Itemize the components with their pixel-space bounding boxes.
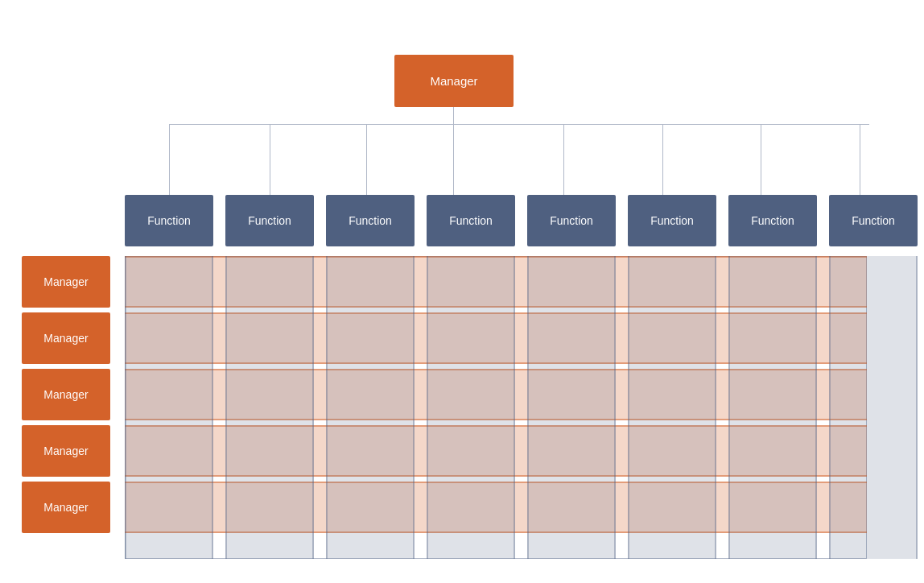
v-band-1: [125, 256, 213, 559]
v-band-2: [225, 256, 314, 559]
v-band-4: [427, 256, 515, 559]
v-connector-8: [860, 124, 860, 196]
manager-label-2: Manager: [43, 332, 88, 345]
function-label-6: Function: [650, 214, 694, 227]
functions-row: Function Function Function Function Func…: [125, 195, 924, 246]
manager-box-1: Manager: [22, 256, 110, 308]
function-label-4: Function: [449, 214, 493, 227]
function-box-4: Function: [427, 195, 515, 246]
function-box-3: Function: [326, 195, 415, 246]
v-connector-7: [761, 124, 761, 196]
function-box-5: Function: [527, 195, 616, 246]
manager-label-5: Manager: [43, 501, 88, 514]
function-label-1: Function: [147, 214, 191, 227]
manager-box-5: Manager: [22, 482, 110, 533]
function-box-8: Function: [829, 195, 918, 246]
v-connector-2: [270, 124, 270, 196]
v-band-8: [829, 256, 918, 559]
manager-box-4: Manager: [22, 425, 110, 477]
function-label-3: Function: [349, 214, 392, 227]
function-box-7: Function: [728, 195, 817, 246]
function-box-1: Function: [125, 195, 213, 246]
grid-area: [125, 256, 867, 559]
top-manager-label: Manager: [430, 74, 477, 88]
manager-box-3: Manager: [22, 369, 110, 420]
v-band-3: [326, 256, 415, 559]
manager-box-2: Manager: [22, 312, 110, 364]
v-band-7: [728, 256, 817, 559]
function-box-2: Function: [225, 195, 314, 246]
managers-col: Manager Manager Manager Manager Manager: [22, 256, 110, 538]
v-connector-4: [453, 124, 454, 196]
v-connector-3: [366, 124, 367, 196]
v-band-6: [628, 256, 716, 559]
v-band-5: [527, 256, 616, 559]
function-label-7: Function: [751, 214, 794, 227]
function-label-5: Function: [550, 214, 593, 227]
v-connector-6: [662, 124, 663, 196]
top-manager-box: Manager: [394, 55, 514, 107]
manager-label-1: Manager: [43, 275, 88, 288]
function-label-8: Function: [852, 214, 895, 227]
manager-label-3: Manager: [43, 388, 88, 401]
function-box-6: Function: [628, 195, 716, 246]
v-connector-1: [169, 124, 170, 196]
manager-label-4: Manager: [43, 444, 88, 457]
h-connector-line: [169, 124, 869, 125]
diagram-container: Manager Function Function Function Funct…: [0, 0, 924, 583]
function-label-2: Function: [248, 214, 291, 227]
v-connector-5: [563, 124, 564, 196]
